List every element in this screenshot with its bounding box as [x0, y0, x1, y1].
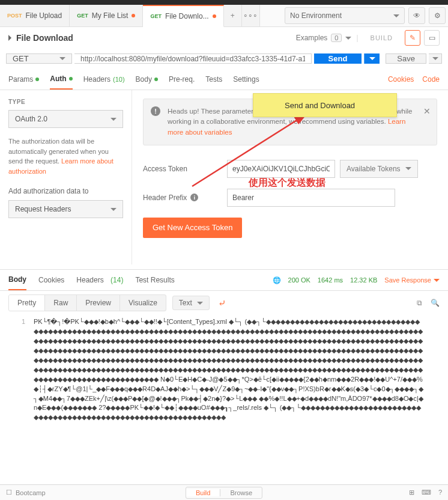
- save-button[interactable]: Save: [386, 53, 426, 64]
- edit-button[interactable]: ✎: [405, 30, 420, 46]
- response-tab-headers[interactable]: Headers (14): [76, 270, 123, 290]
- view-visualize-button[interactable]: Visualize: [120, 295, 166, 311]
- method-badge: POST: [7, 13, 22, 19]
- response-view-mode: Pretty Raw Preview Visualize: [8, 294, 166, 311]
- tab-tests[interactable]: Tests: [205, 69, 222, 90]
- chevron-down-icon: [110, 208, 117, 211]
- network-icon[interactable]: 🌐: [273, 276, 281, 284]
- chevron-down-icon: [434, 279, 440, 282]
- collapse-icon[interactable]: [8, 35, 11, 41]
- response-status: 200 OK: [288, 276, 310, 284]
- chevron-down-icon: [197, 302, 203, 305]
- copy-response-button[interactable]: ⧉: [417, 299, 422, 307]
- build-mode-button[interactable]: BUILD: [371, 34, 393, 41]
- two-pane-icon[interactable]: ⊞: [409, 489, 414, 496]
- environment-settings-button[interactable]: ⚙: [429, 7, 446, 24]
- chevron-down-icon: [345, 37, 351, 40]
- response-tab-cookies[interactable]: Cookies: [38, 270, 64, 290]
- cookies-link[interactable]: Cookies: [388, 75, 414, 84]
- unsaved-dot-icon: [132, 14, 135, 17]
- save-response-dropdown[interactable]: Save Response: [384, 276, 440, 284]
- alert-close-button[interactable]: ✕: [423, 105, 431, 118]
- chevron-down-icon: [369, 57, 375, 60]
- chevron-down-icon: [59, 57, 65, 60]
- warning-icon: !: [151, 106, 160, 116]
- tab-options-button[interactable]: ∘∘∘: [242, 5, 260, 26]
- footer-browse-button[interactable]: Browse: [220, 489, 262, 496]
- eye-icon: 👁: [413, 11, 420, 20]
- tab-settings[interactable]: Settings: [233, 69, 259, 90]
- url-input[interactable]: [74, 53, 312, 64]
- dot-icon: [69, 77, 73, 81]
- chevron-down-icon: [405, 167, 411, 170]
- search-response-button[interactable]: 🔍: [431, 299, 440, 307]
- tab-prerequest[interactable]: Pre-req.: [169, 69, 195, 90]
- header-prefix-label: Header Prefix: [143, 194, 187, 202]
- unsaved-dot-icon: [213, 14, 216, 18]
- line-number: 1: [8, 317, 25, 327]
- chevron-down-icon: [110, 118, 117, 121]
- request-tabs-row: POST File Upload GET My File List GET Fi…: [0, 5, 448, 27]
- tab-my-file-list[interactable]: GET My File List: [70, 5, 143, 26]
- send-button[interactable]: Send: [314, 53, 362, 64]
- comment-button[interactable]: ▭: [424, 30, 440, 46]
- access-token-label: Access Token: [143, 165, 227, 173]
- bootcamp-link[interactable]: Bootcamp: [16, 489, 46, 496]
- info-icon: i: [190, 194, 198, 201]
- pencil-icon: ✎: [410, 34, 416, 42]
- tab-authorization[interactable]: Auth: [50, 69, 72, 90]
- response-format-selector[interactable]: Text: [172, 296, 210, 310]
- get-new-access-token-button[interactable]: Get New Access Token: [143, 218, 242, 238]
- comment-icon: ▭: [429, 34, 435, 42]
- code-link[interactable]: Code: [422, 75, 440, 84]
- keyboard-icon[interactable]: ⌨: [422, 489, 431, 496]
- http-method-selector[interactable]: GET: [6, 53, 72, 64]
- response-tab-body[interactable]: Body: [8, 270, 26, 290]
- send-options-button[interactable]: [364, 53, 380, 64]
- tab-title: File Upload: [26, 11, 62, 20]
- environment-selector[interactable]: No Environment: [285, 7, 405, 24]
- tab-file-download[interactable]: GET File Downlo...: [143, 5, 223, 27]
- method-badge: GET: [150, 13, 162, 19]
- chevron-down-icon: [432, 57, 438, 60]
- help-icon[interactable]: ?: [438, 489, 442, 496]
- examples-count: 0: [331, 34, 342, 42]
- send-and-download-item[interactable]: Send and Download: [253, 93, 397, 117]
- dot-icon: [35, 78, 39, 81]
- dot-icon: [154, 78, 158, 81]
- environment-label: No Environment: [290, 11, 342, 20]
- save-options-button[interactable]: [429, 53, 442, 64]
- access-token-input[interactable]: [227, 160, 335, 178]
- header-prefix-input[interactable]: [227, 189, 395, 207]
- tab-title: My File List: [92, 11, 129, 20]
- view-raw-button[interactable]: Raw: [45, 295, 77, 311]
- response-content[interactable]: PK└¶�┐!�PK└◆◆◆!◆b◆h^└◆◆◆└◆◆!!◆└[Content_…: [34, 317, 424, 422]
- view-pretty-button[interactable]: Pretty: [9, 295, 45, 311]
- tab-title: File Downlo...: [165, 12, 209, 20]
- chevron-down-icon: [393, 14, 399, 17]
- view-preview-button[interactable]: Preview: [77, 295, 120, 311]
- auth-type-label: TYPE: [8, 99, 123, 105]
- environment-quicklook-button[interactable]: 👁: [408, 7, 425, 24]
- request-name: File Download: [16, 33, 73, 43]
- tab-headers[interactable]: Headers(10): [83, 69, 125, 90]
- method-badge: GET: [77, 13, 88, 19]
- tab-file-upload[interactable]: POST File Upload: [0, 5, 70, 26]
- add-data-to-label: Add authorization data to: [8, 187, 123, 195]
- sliders-icon: ⚙: [434, 11, 441, 20]
- bootcamp-icon: ☐: [6, 489, 12, 496]
- examples-dropdown[interactable]: Examples 0: [296, 34, 352, 42]
- response-size: 12.32 KB: [350, 276, 377, 284]
- auth-type-selector[interactable]: OAuth 2.0: [8, 110, 123, 128]
- add-data-to-selector[interactable]: Request Headers: [8, 200, 123, 218]
- new-tab-button[interactable]: +: [224, 5, 242, 26]
- response-time: 1642 ms: [318, 276, 343, 284]
- response-body: 1PK└¶�┐!�PK└◆◆◆!◆b◆h^└◆◆◆└◆◆!!◆└[Content…: [0, 315, 448, 447]
- tab-body[interactable]: Body: [136, 69, 158, 90]
- footer-build-button[interactable]: Build: [186, 489, 220, 496]
- auth-description: The authorization data will be automatic…: [8, 136, 123, 176]
- available-tokens-dropdown[interactable]: Available Tokens: [340, 160, 418, 178]
- tab-params[interactable]: Params: [8, 69, 39, 90]
- wrap-lines-button[interactable]: ⤶: [216, 297, 228, 309]
- response-tab-test-results[interactable]: Test Results: [135, 270, 174, 290]
